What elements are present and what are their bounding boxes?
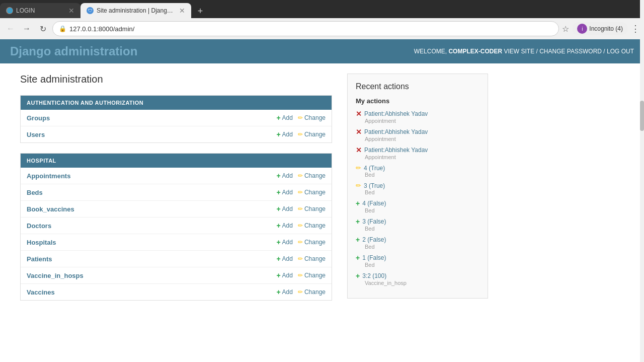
add-link-groups[interactable]: + Add xyxy=(276,114,293,122)
action-item-header: + 3 (False) xyxy=(356,218,479,226)
plus-icon: + xyxy=(276,130,280,138)
pencil-icon: ✏ xyxy=(298,172,303,179)
action-item: + 3:2 (100) Vaccine_in_hosp xyxy=(356,272,479,286)
plus-icon: + xyxy=(276,114,280,122)
row-actions-book-vaccines: + Add✏ Change xyxy=(276,205,326,213)
change-link-book-vaccines[interactable]: ✏ Change xyxy=(298,205,326,212)
model-link-vaccine-in-hosps[interactable]: Vaccine_in_hosps xyxy=(27,272,276,279)
add-link-beds[interactable]: + Add xyxy=(276,188,293,196)
actions-list: ✕ Patient:Abhishek Yadav Appointment ✕ P… xyxy=(356,110,479,286)
tab-admin-close[interactable]: ✕ xyxy=(179,7,185,15)
recent-actions-title: Recent actions xyxy=(356,82,479,91)
browser-toolbar: ← → ↻ 🔒 ☆ i Incognito (4) ⋮ xyxy=(0,18,644,39)
action-item: ✕ Patient:Abhishek Yadav Appointment xyxy=(356,110,479,124)
action-item: ✕ Patient:Abhishek Yadav Appointment xyxy=(356,128,479,142)
tab-login[interactable]: 🌐 LOGIN ✕ xyxy=(0,3,80,18)
action-item-header: + 2 (False) xyxy=(356,236,479,244)
plus-icon: + xyxy=(276,188,280,196)
delete-icon: ✕ xyxy=(356,110,362,118)
model-link-doctors[interactable]: Doctors xyxy=(27,222,276,230)
add-link-doctors[interactable]: + Add xyxy=(276,222,293,230)
tab-admin-icon: 🛡 xyxy=(87,7,94,14)
tab-login-close[interactable]: ✕ xyxy=(68,7,74,15)
change-link-hospitals[interactable]: ✏ Change xyxy=(298,239,326,246)
change-link-beds[interactable]: ✏ Change xyxy=(298,189,326,196)
action-item-header: ✏ 4 (True) xyxy=(356,164,479,172)
module-row-groups: Groups+ Add✏ Change xyxy=(21,110,332,126)
add-icon: + xyxy=(356,199,360,207)
action-item-name[interactable]: Patient:Abhishek Yadav xyxy=(364,128,428,135)
pencil-icon: ✏ xyxy=(298,131,303,138)
profile-label: Incognito (4) xyxy=(589,25,623,32)
action-item-type: Bed xyxy=(365,172,479,178)
action-item-header: + 3:2 (100) xyxy=(356,272,479,280)
action-item-name[interactable]: Patient:Abhishek Yadav xyxy=(364,147,428,154)
model-link-patients[interactable]: Patients xyxy=(27,255,276,263)
action-item: ✏ 4 (True) Bed xyxy=(356,164,479,178)
model-link-vaccines[interactable]: Vaccines xyxy=(27,288,276,296)
pencil-icon: ✏ xyxy=(298,189,303,196)
edit-icon: ✏ xyxy=(356,182,361,189)
change-link-vaccines[interactable]: ✏ Change xyxy=(298,288,326,296)
change-link-patients[interactable]: ✏ Change xyxy=(298,255,326,262)
change-password-link[interactable]: CHANGE PASSWORD xyxy=(539,48,602,55)
action-item-name[interactable]: 1 (False) xyxy=(362,254,386,261)
pencil-icon: ✏ xyxy=(298,255,303,262)
add-icon: + xyxy=(356,254,360,262)
action-item-header: + 1 (False) xyxy=(356,254,479,262)
action-item-name[interactable]: 3 (False) xyxy=(362,218,386,225)
bookmark-icon[interactable]: ☆ xyxy=(562,24,569,34)
browser-menu-icon[interactable]: ⋮ xyxy=(631,23,640,34)
reload-button[interactable]: ↻ xyxy=(36,22,49,35)
pencil-icon: ✏ xyxy=(298,272,303,279)
scrollbar[interactable] xyxy=(640,0,644,321)
row-actions-appointments: + Add✏ Change xyxy=(276,172,326,180)
add-link-patients[interactable]: + Add xyxy=(276,255,293,263)
model-link-hospitals[interactable]: Hospitals xyxy=(27,239,276,246)
action-item-type: Vaccine_in_hosp xyxy=(365,280,479,286)
action-item-name[interactable]: 3:2 (100) xyxy=(362,272,386,279)
action-item-name[interactable]: Patient:Abhishek Yadav xyxy=(364,110,428,117)
my-actions-label: My actions xyxy=(356,97,479,105)
change-link-vaccine-in-hosps[interactable]: ✏ Change xyxy=(298,272,326,279)
action-item-type: Bed xyxy=(365,207,479,213)
module-row-vaccine-in-hosps: Vaccine_in_hosps+ Add✏ Change xyxy=(21,267,332,284)
add-icon: + xyxy=(356,272,360,280)
module-row-appointments: Appointments+ Add✏ Change xyxy=(21,168,332,184)
back-button[interactable]: ← xyxy=(4,22,17,35)
model-link-book-vaccines[interactable]: Book_vaccines xyxy=(27,205,276,213)
change-link-users[interactable]: ✏ Change xyxy=(298,131,326,138)
change-link-appointments[interactable]: ✏ Change xyxy=(298,172,326,179)
model-link-beds[interactable]: Beds xyxy=(27,189,276,196)
address-bar[interactable]: 🔒 xyxy=(52,21,559,36)
model-link-users[interactable]: Users xyxy=(27,131,276,138)
row-actions-vaccine-in-hosps: + Add✏ Change xyxy=(276,271,326,279)
action-item-name[interactable]: 4 (True) xyxy=(364,165,385,172)
change-link-doctors[interactable]: ✏ Change xyxy=(298,222,326,229)
pencil-icon: ✏ xyxy=(298,114,303,121)
action-item-name[interactable]: 2 (False) xyxy=(362,236,386,243)
row-actions-vaccines: + Add✏ Change xyxy=(276,288,326,296)
model-link-groups[interactable]: Groups xyxy=(27,114,276,122)
add-link-vaccines[interactable]: + Add xyxy=(276,288,293,296)
view-site-link[interactable]: VIEW SITE xyxy=(504,48,534,55)
add-link-users[interactable]: + Add xyxy=(276,130,293,138)
add-link-appointments[interactable]: + Add xyxy=(276,172,293,180)
forward-button[interactable]: → xyxy=(20,22,33,35)
url-input[interactable] xyxy=(69,25,552,33)
model-link-appointments[interactable]: Appointments xyxy=(27,172,276,180)
change-link-groups[interactable]: ✏ Change xyxy=(298,114,326,121)
tab-admin[interactable]: 🛡 Site administration | Django site... ✕ xyxy=(80,3,191,18)
django-admin-title[interactable]: Django administration xyxy=(10,44,137,58)
add-link-book-vaccines[interactable]: + Add xyxy=(276,205,293,213)
separator-2: / xyxy=(603,48,607,55)
logout-link[interactable]: LOG OUT xyxy=(607,48,634,55)
action-item-header: ✕ Patient:Abhishek Yadav xyxy=(356,110,479,118)
profile-badge[interactable]: i Incognito (4) xyxy=(572,22,628,35)
new-tab-button[interactable]: + xyxy=(193,4,207,18)
add-link-vaccine-in-hosps[interactable]: + Add xyxy=(276,271,293,279)
action-item-name[interactable]: 3 (True) xyxy=(364,182,385,189)
action-item-name[interactable]: 4 (False) xyxy=(362,200,386,207)
add-link-hospitals[interactable]: + Add xyxy=(276,238,293,246)
action-item: ✏ 3 (True) Bed xyxy=(356,182,479,195)
